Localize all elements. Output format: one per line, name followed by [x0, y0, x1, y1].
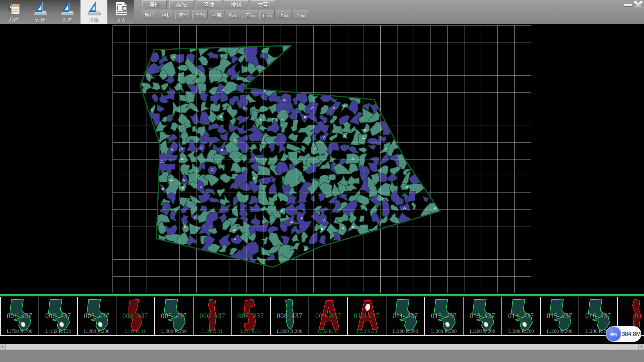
main-button-settings[interactable]: 设置 — [54, 0, 80, 24]
piece-thumbnail-12[interactable]: 012_#37L:200 R:200 — [425, 297, 464, 335]
pieces-strip: 001_#37L:700 R:700002_#37L:132 R:132003_… — [0, 297, 644, 336]
piece-shape — [468, 298, 497, 334]
piece-shape — [391, 298, 420, 334]
status-bar — [0, 350, 644, 362]
strip-separator — [0, 294, 644, 296]
memory-value: 384.8M — [622, 326, 641, 342]
action-button-7[interactable]: 左靠 — [243, 10, 258, 19]
triangle-ruler-icon — [87, 1, 102, 16]
piece-thumbnail-11[interactable]: 011_#37L:200 R:200 — [386, 297, 425, 335]
memory-badge: 38% 384.8M — [606, 326, 641, 342]
piece-thumbnail-7[interactable]: 007_#37L:31 R:31 — [232, 297, 271, 335]
piece-shape — [275, 298, 304, 334]
canvas-svg — [0, 24, 644, 294]
piece-thumbnail-3[interactable]: 003_#37L:200 R:200 — [78, 297, 116, 335]
nesting-canvas[interactable] — [0, 24, 644, 294]
triangle-ruler-icon — [60, 1, 75, 16]
action-button-6[interactable]: 瑕疵 — [226, 10, 241, 19]
piece-shape — [83, 298, 111, 334]
piece-thumbnail-8[interactable]: 008_#37L:200 R:200 — [271, 297, 309, 335]
main-toolbar: 系统 设计 设置 排版 — [0, 0, 134, 24]
report-document-icon — [113, 1, 129, 16]
piece-shape — [430, 298, 459, 334]
action-toolbar: 聚排相机选割全割区域瑕疵左靠右靠上靠下靠 — [142, 10, 310, 19]
action-button-5[interactable]: 区域 — [209, 10, 224, 19]
main-button-label: 设计 — [36, 17, 46, 23]
action-button-10[interactable]: 下靠 — [293, 10, 308, 19]
piece-thumbnail-14[interactable]: 014_#37L:200 R:200 — [502, 297, 541, 335]
piece-thumbnail-13[interactable]: 013_#37L:200 R:200 — [464, 297, 502, 335]
piece-shape — [44, 298, 73, 334]
piece-thumbnail-15[interactable]: 015_#37L:200 R:200 — [541, 297, 579, 335]
piece-shape — [507, 298, 536, 334]
scroll-right-button[interactable]: › — [638, 344, 644, 350]
scroll-left-button[interactable]: ‹ — [0, 344, 6, 350]
menu-tab-4[interactable]: 排料 — [224, 0, 248, 9]
piece-thumbnail-4[interactable]: 004_#37L:31 R:31 — [116, 297, 155, 335]
action-button-1[interactable]: 聚排 — [142, 10, 157, 19]
menu-tab-5[interactable]: 交互 — [251, 0, 275, 9]
piece-thumbnail-10[interactable]: 010_#37L:33 R:33 — [348, 297, 386, 335]
main-button-system[interactable]: 系统 — [0, 0, 27, 24]
main-button-label: 系统 — [8, 17, 18, 23]
action-button-2[interactable]: 相机 — [159, 10, 174, 19]
piece-thumbnail-2[interactable]: 002_#37L:132 R:132 — [39, 297, 78, 335]
window-controls — [623, 1, 643, 9]
main-button-report[interactable]: 报表 — [107, 0, 134, 24]
triangle-ruler-icon — [33, 1, 48, 16]
minimize-icon — [624, 4, 632, 6]
piece-shape — [237, 298, 266, 334]
main-button-nesting[interactable]: 排版 — [80, 0, 107, 24]
minimize-button[interactable] — [623, 1, 633, 9]
close-x-icon — [634, 1, 643, 9]
piece-shape — [198, 298, 227, 334]
piece-shape — [121, 298, 150, 334]
close-button[interactable] — [633, 1, 643, 9]
progress-circle: 38% — [606, 326, 621, 342]
main-button-design[interactable]: 设计 — [27, 0, 54, 24]
piece-thumbnail-6[interactable]: 006_#37L:21 R:21 — [194, 297, 232, 335]
piece-shape — [353, 298, 381, 334]
action-button-3[interactable]: 选割 — [175, 10, 191, 19]
main-button-label: 报表 — [116, 17, 126, 23]
menu-tabs: 属性编辑区域排料交互 — [142, 0, 278, 9]
main-button-label: 排版 — [89, 17, 99, 23]
gear-document-icon — [6, 1, 21, 16]
piece-shape — [545, 298, 574, 334]
piece-thumbnail-1[interactable]: 001_#37L:700 R:700 — [1, 297, 39, 335]
action-button-9[interactable]: 上靠 — [276, 10, 291, 19]
menu-tab-1[interactable]: 属性 — [142, 0, 167, 9]
menu-tab-2[interactable]: 编辑 — [169, 0, 194, 9]
action-button-8[interactable]: 右靠 — [259, 10, 275, 19]
horizontal-scrollbar[interactable]: ‹ › — [0, 344, 644, 350]
main-button-label: 设置 — [62, 17, 72, 23]
toolbar: 系统 设计 设置 排版 — [0, 0, 644, 24]
menu-tab-3[interactable]: 区域 — [197, 0, 221, 9]
piece-thumbnail-5[interactable]: 005_#37L:200 R:200 — [155, 297, 194, 335]
piece-shape — [160, 298, 189, 334]
piece-shape — [5, 298, 34, 334]
piece-thumbnail-9[interactable]: 009_#37L:32 R:31 — [309, 297, 348, 335]
piece-shape — [314, 298, 343, 334]
action-button-4[interactable]: 全割 — [192, 10, 208, 19]
